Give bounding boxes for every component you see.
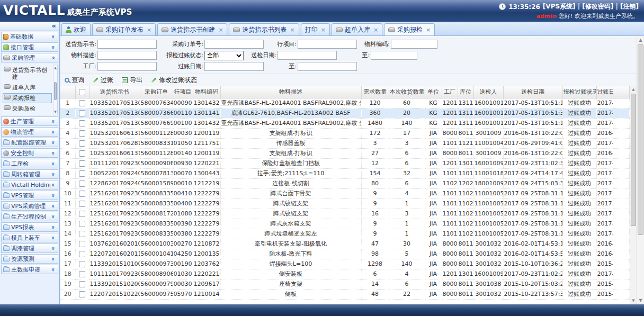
sidebar-group[interactable]: 主数据申请» <box>1 265 58 274</box>
table-row[interactable]: 1312516201709230658000833570039012222794… <box>60 219 630 229</box>
close-tab-icon[interactable]: × <box>426 26 431 33</box>
table-row[interactable]: 1911339201510200256000097960003012096170… <box>60 279 630 289</box>
submenu-scrollbar[interactable]: ▲▼ <box>53 65 58 114</box>
column-header-送检人[interactable]: 送检人 <box>473 86 503 98</box>
table-row[interactable]: 1212516201709230658000817220108012222793… <box>60 209 630 219</box>
row-checkbox[interactable] <box>79 140 85 147</box>
row-checkbox[interactable] <box>79 251 85 257</box>
submenu-scroll-thumb[interactable] <box>54 82 57 100</box>
table-row[interactable]: 610253201606131156000112890014012001199支… <box>60 148 630 158</box>
row-checkbox[interactable] <box>79 130 85 137</box>
table-row[interactable]: 912286201709240756000158990001012122193连… <box>60 178 630 188</box>
table-row[interactable]: 410253201606131156000112890003012001199支… <box>60 128 630 138</box>
tab-送货指示书创建[interactable]: 送货指示书创建× <box>157 23 227 35</box>
sidebar-subitem[interactable]: 采购报检 <box>3 93 52 103</box>
sidebar-group[interactable]: 采购管理» <box>1 53 58 62</box>
row-checkbox[interactable] <box>79 221 85 227</box>
query-button[interactable]: 查询 <box>65 76 84 85</box>
sidebar-group[interactable]: 基础数据» <box>1 32 58 41</box>
row-checkbox[interactable] <box>79 271 85 277</box>
line-item-input[interactable] <box>298 40 357 49</box>
close-tab-icon[interactable]: × <box>321 26 326 33</box>
sidebar-group[interactable]: 工序检» <box>1 159 58 168</box>
column-header-库位[interactable]: 库位 <box>458 86 473 98</box>
column-header-需求数量[interactable]: 需求数量 <box>361 86 389 98</box>
row-checkbox[interactable] <box>79 110 85 116</box>
table-row[interactable]: 510253201706281458000833120105012117516传… <box>60 138 630 148</box>
sidebar-subitem[interactable]: 送货指示书创建 <box>3 65 52 82</box>
sidebar-group[interactable]: 物流管理» <box>1 127 58 137</box>
row-checkbox[interactable] <box>79 211 85 217</box>
grid-scroll-down-icon[interactable]: ▼ <box>630 298 637 304</box>
table-row[interactable]: 2012207201510220756000097500597012100147… <box>60 289 630 299</box>
sidebar-group[interactable]: VPS管理» <box>1 191 58 200</box>
row-checkbox[interactable] <box>79 261 85 267</box>
sidebar-group[interactable]: 资源预测» <box>1 254 58 264</box>
table-row[interactable]: 710111201709230250000090620093012202217保… <box>60 158 630 168</box>
header-link[interactable]: [VPS系统] <box>543 3 576 10</box>
row-checkbox[interactable] <box>79 170 85 177</box>
sidebar-group[interactable]: 接口管理» <box>1 42 58 52</box>
grid-scroll-thumb[interactable] <box>631 94 636 226</box>
sidebar-group[interactable]: VPS报表» <box>1 222 58 232</box>
column-header-工厂[interactable]: 工厂 <box>442 86 458 98</box>
sidebar-group[interactable]: 周转箱管理» <box>1 169 58 179</box>
grid-scroll-up-icon[interactable]: ▲ <box>630 87 637 93</box>
row-checkbox[interactable] <box>79 191 85 197</box>
column-header-单位[interactable]: 单位 <box>425 86 442 98</box>
tab-采购报检[interactable]: 采购报检× <box>384 23 435 35</box>
row-checkbox[interactable] <box>79 150 85 157</box>
sidebar-group[interactable]: 配置跟踪管理» <box>1 138 58 147</box>
tab-采购订单发布[interactable]: 采购订单发布× <box>92 23 156 35</box>
column-header-报检过账状态[interactable]: 报检过账状态 <box>562 86 596 98</box>
close-tab-icon[interactable]: × <box>290 26 294 33</box>
material-code-input[interactable] <box>391 40 437 49</box>
sidebar-group[interactable]: 安全控制» <box>1 148 58 158</box>
row-checkbox[interactable] <box>79 281 85 287</box>
modify-posting-status-button[interactable]: 修改过账状态 <box>151 76 197 85</box>
inspection-date-to-input[interactable] <box>371 51 417 60</box>
column-header-行项目[interactable]: 行项目 <box>173 86 193 98</box>
tab-超单入库[interactable]: 超单入库× <box>332 23 382 35</box>
panel-scroll-down-icon[interactable]: ▼ <box>637 297 644 304</box>
table-row[interactable]: 810052201709240158000781310007013004432拉… <box>60 168 630 178</box>
table-row[interactable]: 1510376201602010156000100350027012108721… <box>60 239 630 249</box>
row-checkbox[interactable] <box>79 241 85 247</box>
collapse-sidebar-button[interactable]: « <box>0 22 59 31</box>
submenu-scroll-up-icon[interactable]: ▲ <box>53 65 57 70</box>
plant-input[interactable] <box>97 62 157 71</box>
table-row[interactable]: 110335201705130158000763400009013014327亚… <box>60 98 630 108</box>
sidebar-subitem[interactable]: 采购质检 <box>3 104 52 114</box>
sidebar-group[interactable]: Victall Holding» <box>1 180 58 189</box>
close-tab-icon[interactable]: × <box>147 26 151 33</box>
tab-欢迎[interactable]: 欢迎 <box>61 23 91 35</box>
row-checkbox[interactable] <box>79 291 85 297</box>
material-desc-input[interactable] <box>97 51 157 60</box>
panel-scrollbar[interactable]: ▲ ▼ <box>637 36 644 304</box>
submenu-scroll-down-icon[interactable]: ▼ <box>53 109 57 114</box>
row-checkbox[interactable] <box>79 120 85 127</box>
column-header-物料编码[interactable]: 物料编码 <box>193 86 220 98</box>
table-row[interactable]: 210335201705130458000736690011013011411底… <box>60 108 630 118</box>
export-button[interactable]: 导出 <box>122 76 142 85</box>
column-header-采购订单[interactable]: 采购订单 <box>140 86 173 98</box>
posting-date-input[interactable] <box>204 62 264 71</box>
column-header-本次收货数量[interactable]: 本次收货数量 <box>389 86 425 98</box>
table-row[interactable]: 1412516201709230658000833570038012222795… <box>60 229 630 239</box>
posting-status-select[interactable]: 全部 <box>204 51 244 60</box>
close-tab-icon[interactable]: × <box>373 26 378 33</box>
column-header-物料描述[interactable]: 物料描述 <box>220 86 361 98</box>
sidebar-group[interactable]: VPS采购管理» <box>1 201 58 211</box>
column-header-送货指示书[interactable]: 送货指示书 <box>89 86 140 98</box>
delivery-note-input[interactable] <box>97 40 157 49</box>
header-link[interactable]: [注销] <box>620 3 639 10</box>
tab-打印[interactable]: 打印× <box>301 23 330 35</box>
header-link[interactable]: [修改密码] <box>582 3 613 10</box>
table-row[interactable]: 1612207201602011556000104150425012001350… <box>60 249 630 259</box>
sidebar-subitem[interactable]: 超单入库 <box>3 83 52 93</box>
row-checkbox[interactable] <box>79 231 85 237</box>
panel-scroll-up-icon[interactable]: ▲ <box>637 37 644 43</box>
post-button[interactable]: 过账 <box>93 76 113 85</box>
table-row[interactable]: 1112516201709230658000833570040012222793… <box>60 198 630 209</box>
tab-送货指示书列表[interactable]: 送货指示书列表× <box>229 23 299 35</box>
